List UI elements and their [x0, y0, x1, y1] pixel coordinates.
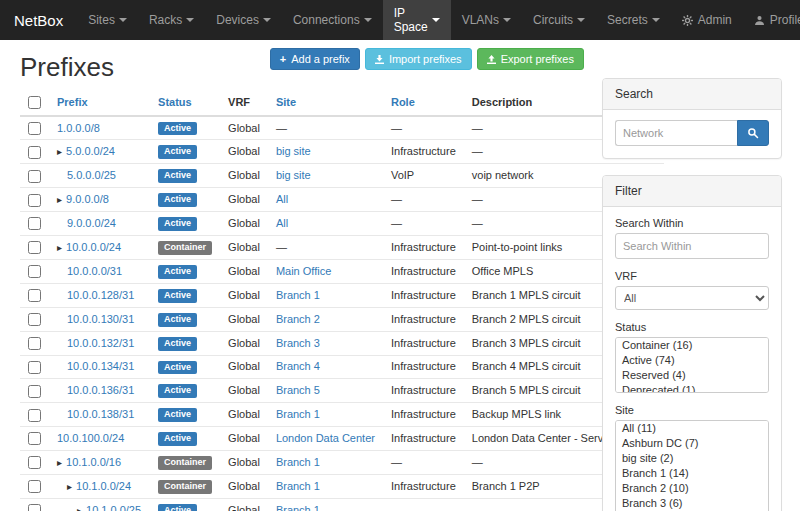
- import-prefixes-button[interactable]: Import prefixes: [365, 48, 472, 70]
- nav-item-secrets[interactable]: Secrets: [596, 0, 671, 40]
- status-badge: Active: [158, 122, 197, 136]
- status-cell: Container: [150, 474, 220, 498]
- site-link[interactable]: All: [276, 217, 288, 229]
- site-link[interactable]: Branch 2: [276, 313, 320, 325]
- site-link[interactable]: Branch 1: [276, 408, 320, 420]
- nav-item-connections[interactable]: Connections: [282, 0, 383, 40]
- row-checkbox[interactable]: [28, 122, 41, 135]
- site-option[interactable]: All (11): [616, 421, 768, 436]
- row-checkbox[interactable]: [28, 146, 41, 159]
- role-cell: Infrastructure: [383, 331, 464, 355]
- row-checkbox[interactable]: [28, 385, 41, 398]
- row-checkbox[interactable]: [28, 241, 41, 254]
- prefix-link[interactable]: 10.0.100.0/24: [57, 432, 124, 444]
- status-listbox[interactable]: Container (16)Active (74)Reserved (4)Dep…: [615, 337, 769, 393]
- prefix-link[interactable]: 10.0.0.128/31: [67, 289, 134, 301]
- app-brand[interactable]: NetBox: [0, 0, 77, 40]
- row-checkbox[interactable]: [28, 456, 41, 469]
- nav-item-racks[interactable]: Racks: [138, 0, 205, 40]
- status-option[interactable]: Container (16): [616, 338, 768, 353]
- site-option[interactable]: Branch 1 (14): [616, 466, 768, 481]
- site-listbox[interactable]: All (11)Ashburn DC (7)big site (2)Branch…: [615, 420, 769, 511]
- row-checkbox[interactable]: [28, 265, 41, 278]
- sort-site-link[interactable]: Site: [276, 96, 296, 108]
- site-link[interactable]: Main Office: [276, 265, 331, 277]
- row-checkbox[interactable]: [28, 217, 41, 230]
- sidebar: Search Filter Search Within: [602, 46, 782, 511]
- prefix-link[interactable]: 5.0.0.0/24: [66, 145, 115, 157]
- prefix-link[interactable]: 10.0.0.138/31: [67, 408, 134, 420]
- site-option[interactable]: big site (2): [616, 451, 768, 466]
- prefix-link[interactable]: 10.0.0.0/24: [66, 241, 121, 253]
- row-checkbox[interactable]: [28, 361, 41, 374]
- row-checkbox[interactable]: [28, 170, 41, 183]
- table-row: ▸10.1.0.0/25ActiveGlobalBranch 1——: [20, 498, 664, 511]
- site-link[interactable]: All: [276, 193, 288, 205]
- status-option[interactable]: Active (74): [616, 353, 768, 368]
- row-checkbox-cell: [20, 188, 49, 212]
- row-checkbox[interactable]: [28, 313, 41, 326]
- site-link[interactable]: Branch 3: [276, 337, 320, 349]
- prefix-link[interactable]: 9.0.0.0/8: [66, 193, 109, 205]
- site-link[interactable]: big site: [276, 145, 311, 157]
- vrf-select[interactable]: All: [615, 286, 769, 310]
- site-link[interactable]: London Data Center: [276, 432, 375, 444]
- prefix-link[interactable]: 10.1.0.0/16: [66, 456, 121, 468]
- nav-item-devices[interactable]: Devices: [205, 0, 282, 40]
- export-prefixes-button[interactable]: Export prefixes: [477, 48, 584, 70]
- site-link[interactable]: big site: [276, 169, 311, 181]
- row-checkbox[interactable]: [28, 289, 41, 302]
- prefix-link[interactable]: 5.0.0.0/25: [67, 169, 116, 181]
- site-option[interactable]: Ashburn DC (7): [616, 436, 768, 451]
- profile-link[interactable]: Profile: [743, 0, 800, 40]
- row-checkbox-cell: [20, 307, 49, 331]
- prefix-link[interactable]: 10.0.0.134/31: [67, 360, 134, 372]
- add-prefix-button[interactable]: + Add a prefix: [270, 48, 360, 70]
- status-badge: Active: [158, 145, 197, 159]
- site-cell: All: [268, 188, 383, 212]
- search-input[interactable]: [615, 120, 737, 146]
- search-within-label: Search Within: [615, 217, 769, 229]
- search-button[interactable]: [737, 120, 769, 146]
- status-option[interactable]: Deprecated (1): [616, 383, 768, 393]
- chevron-down-icon: [577, 18, 585, 22]
- nav-item-circuits[interactable]: Circuits: [522, 0, 596, 40]
- status-option[interactable]: Reserved (4): [616, 368, 768, 383]
- row-checkbox[interactable]: [28, 409, 41, 422]
- site-option[interactable]: Branch 2 (10): [616, 481, 768, 496]
- nav-item-sites[interactable]: Sites: [77, 0, 138, 40]
- prefix-link[interactable]: 10.1.0.0/25: [86, 504, 141, 511]
- site-option[interactable]: Branch 3 (6): [616, 496, 768, 511]
- site-cell: big site: [268, 164, 383, 188]
- site-link[interactable]: Branch 1: [276, 456, 320, 468]
- row-checkbox[interactable]: [28, 194, 41, 207]
- site-link[interactable]: Branch 1: [276, 504, 320, 511]
- site-link[interactable]: Branch 5: [276, 384, 320, 396]
- row-checkbox[interactable]: [28, 504, 41, 511]
- admin-link[interactable]: Admin: [671, 0, 743, 40]
- row-checkbox[interactable]: [28, 432, 41, 445]
- row-checkbox-cell: [20, 355, 49, 379]
- status-cell: Active: [150, 379, 220, 403]
- nav-item-ip-space[interactable]: IP Space: [383, 0, 451, 40]
- site-link[interactable]: Branch 1: [276, 289, 320, 301]
- prefix-link[interactable]: 1.0.0.0/8: [57, 122, 100, 134]
- select-all-checkbox[interactable]: [28, 96, 41, 109]
- prefix-link[interactable]: 10.1.0.0/24: [76, 480, 131, 492]
- prefix-link[interactable]: 10.0.0.136/31: [67, 384, 134, 396]
- table-row: ▸10.0.0.0/24ContainerGlobal—Infrastructu…: [20, 236, 664, 260]
- sort-prefix-link[interactable]: Prefix: [57, 96, 88, 108]
- site-link[interactable]: Branch 1: [276, 480, 320, 492]
- row-checkbox[interactable]: [28, 337, 41, 350]
- site-link[interactable]: Branch 4: [276, 360, 320, 372]
- prefix-link[interactable]: 9.0.0.0/24: [67, 217, 116, 229]
- table-row: ▸10.1.0.0/16ContainerGlobalBranch 1——: [20, 451, 664, 475]
- search-within-input[interactable]: [615, 233, 769, 259]
- sort-role-link[interactable]: Role: [391, 96, 415, 108]
- prefix-link[interactable]: 10.0.0.0/31: [67, 265, 122, 277]
- prefix-link[interactable]: 10.0.0.130/31: [67, 313, 134, 325]
- sort-status-link[interactable]: Status: [158, 96, 192, 108]
- prefix-link[interactable]: 10.0.0.132/31: [67, 337, 134, 349]
- row-checkbox[interactable]: [28, 480, 41, 493]
- nav-item-vlans[interactable]: VLANs: [451, 0, 522, 40]
